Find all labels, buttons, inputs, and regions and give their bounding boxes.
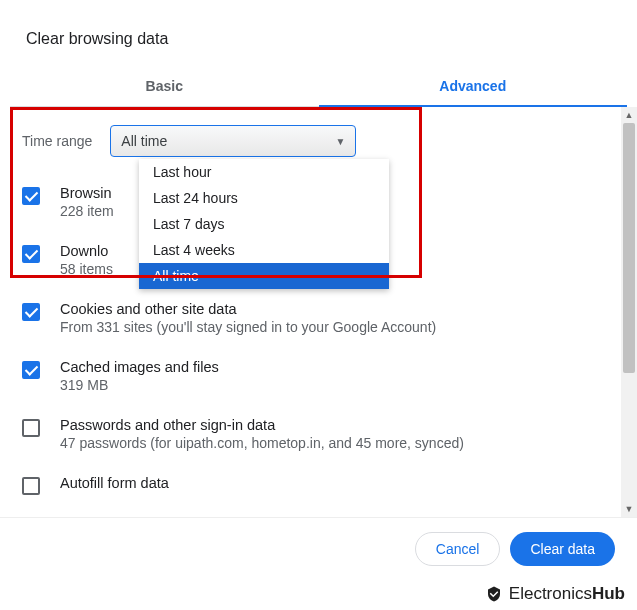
content-area: Time range All time ▼ Browsin 228 item D… [0, 107, 637, 517]
list-item: Cookies and other site data From 331 sit… [22, 291, 615, 349]
clear-browsing-data-dialog: Clear browsing data Basic Advanced Time … [0, 0, 637, 580]
checkbox-passwords[interactable] [22, 419, 40, 437]
watermark-text: ElectronicsHub [509, 584, 625, 604]
scroll-thumb[interactable] [623, 123, 635, 373]
chevron-down-icon: ▼ [335, 136, 345, 147]
cancel-button[interactable]: Cancel [415, 532, 501, 566]
item-title: Browsin [60, 185, 114, 201]
scroll-up-icon[interactable]: ▲ [621, 107, 637, 123]
dropdown-option-last-24-hours[interactable]: Last 24 hours [139, 185, 389, 211]
time-range-row: Time range All time ▼ [22, 125, 615, 157]
item-subtitle: From 331 sites (you'll stay signed in to… [60, 319, 436, 335]
list-item: Autofill form data [22, 465, 615, 509]
checkbox-autofill[interactable] [22, 477, 40, 495]
time-range-value: All time [121, 133, 167, 149]
item-title: Passwords and other sign-in data [60, 417, 464, 433]
item-subtitle: 47 passwords (for uipath.com, hometop.in… [60, 435, 464, 451]
dialog-footer: Cancel Clear data [0, 517, 637, 580]
clear-data-button[interactable]: Clear data [510, 532, 615, 566]
dialog-title: Clear browsing data [0, 20, 637, 66]
item-subtitle: 319 MB [60, 377, 219, 393]
checkbox-cached[interactable] [22, 361, 40, 379]
tabs: Basic Advanced [10, 66, 627, 107]
item-title: Autofill form data [60, 475, 169, 491]
item-subtitle: 228 item [60, 203, 114, 219]
watermark: ElectronicsHub [485, 584, 625, 604]
list-item: Passwords and other sign-in data 47 pass… [22, 407, 615, 465]
scroll-down-icon[interactable]: ▼ [621, 501, 637, 517]
dropdown-option-all-time[interactable]: All time [139, 263, 389, 289]
dropdown-option-last-4-weeks[interactable]: Last 4 weeks [139, 237, 389, 263]
item-subtitle: 58 items [60, 261, 113, 277]
item-title: Cached images and files [60, 359, 219, 375]
checkbox-cookies[interactable] [22, 303, 40, 321]
tab-basic[interactable]: Basic [10, 66, 319, 106]
scrollbar[interactable]: ▲ ▼ [621, 107, 637, 517]
checkbox-download-history[interactable] [22, 245, 40, 263]
time-range-label: Time range [22, 133, 92, 149]
time-range-dropdown: Last hour Last 24 hours Last 7 days Last… [139, 159, 389, 289]
item-title: Downlo [60, 243, 113, 259]
time-range-select[interactable]: All time ▼ [110, 125, 356, 157]
shield-icon [485, 585, 503, 603]
list-item: Cached images and files 319 MB [22, 349, 615, 407]
tab-advanced[interactable]: Advanced [319, 66, 628, 106]
dropdown-option-last-7-days[interactable]: Last 7 days [139, 211, 389, 237]
dropdown-option-last-hour[interactable]: Last hour [139, 159, 389, 185]
item-title: Cookies and other site data [60, 301, 436, 317]
checkbox-browsing-history[interactable] [22, 187, 40, 205]
